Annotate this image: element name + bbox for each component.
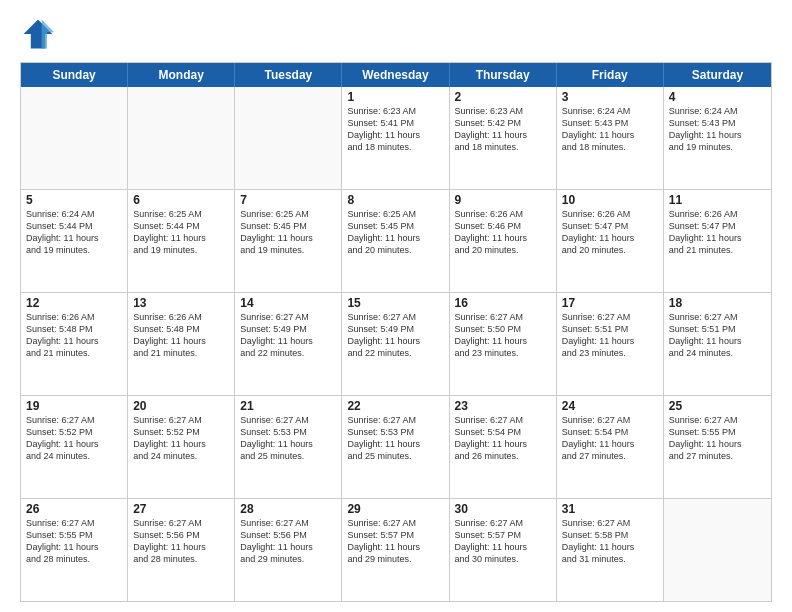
day-info: Sunrise: 6:27 AM Sunset: 5:56 PM Dayligh… [240,517,336,566]
day-number: 9 [455,193,551,207]
day-cell-30: 30Sunrise: 6:27 AM Sunset: 5:57 PM Dayli… [450,499,557,601]
day-cell-empty [21,87,128,189]
day-number: 19 [26,399,122,413]
day-info: Sunrise: 6:27 AM Sunset: 5:49 PM Dayligh… [347,311,443,360]
day-number: 13 [133,296,229,310]
day-info: Sunrise: 6:27 AM Sunset: 5:52 PM Dayligh… [26,414,122,463]
day-cell-28: 28Sunrise: 6:27 AM Sunset: 5:56 PM Dayli… [235,499,342,601]
day-info: Sunrise: 6:23 AM Sunset: 5:42 PM Dayligh… [455,105,551,154]
day-info: Sunrise: 6:27 AM Sunset: 5:52 PM Dayligh… [133,414,229,463]
day-cell-empty [235,87,342,189]
day-info: Sunrise: 6:25 AM Sunset: 5:45 PM Dayligh… [347,208,443,257]
day-cell-19: 19Sunrise: 6:27 AM Sunset: 5:52 PM Dayli… [21,396,128,498]
day-info: Sunrise: 6:27 AM Sunset: 5:57 PM Dayligh… [347,517,443,566]
day-info: Sunrise: 6:27 AM Sunset: 5:51 PM Dayligh… [562,311,658,360]
day-info: Sunrise: 6:27 AM Sunset: 5:53 PM Dayligh… [347,414,443,463]
day-number: 28 [240,502,336,516]
day-cell-25: 25Sunrise: 6:27 AM Sunset: 5:55 PM Dayli… [664,396,771,498]
day-info: Sunrise: 6:25 AM Sunset: 5:45 PM Dayligh… [240,208,336,257]
day-number: 24 [562,399,658,413]
day-cell-27: 27Sunrise: 6:27 AM Sunset: 5:56 PM Dayli… [128,499,235,601]
day-cell-17: 17Sunrise: 6:27 AM Sunset: 5:51 PM Dayli… [557,293,664,395]
day-info: Sunrise: 6:23 AM Sunset: 5:41 PM Dayligh… [347,105,443,154]
day-number: 25 [669,399,766,413]
logo-icon [20,16,56,52]
day-cell-16: 16Sunrise: 6:27 AM Sunset: 5:50 PM Dayli… [450,293,557,395]
day-number: 12 [26,296,122,310]
day-number: 4 [669,90,766,104]
day-number: 22 [347,399,443,413]
day-number: 5 [26,193,122,207]
day-info: Sunrise: 6:27 AM Sunset: 5:55 PM Dayligh… [669,414,766,463]
day-info: Sunrise: 6:27 AM Sunset: 5:54 PM Dayligh… [455,414,551,463]
day-number: 27 [133,502,229,516]
day-number: 3 [562,90,658,104]
day-cell-8: 8Sunrise: 6:25 AM Sunset: 5:45 PM Daylig… [342,190,449,292]
day-number: 29 [347,502,443,516]
day-number: 2 [455,90,551,104]
day-number: 17 [562,296,658,310]
day-header-tuesday: Tuesday [235,63,342,87]
day-cell-14: 14Sunrise: 6:27 AM Sunset: 5:49 PM Dayli… [235,293,342,395]
calendar-week-3: 12Sunrise: 6:26 AM Sunset: 5:48 PM Dayli… [21,292,771,395]
header [20,16,772,52]
day-info: Sunrise: 6:27 AM Sunset: 5:53 PM Dayligh… [240,414,336,463]
day-number: 6 [133,193,229,207]
day-number: 30 [455,502,551,516]
day-cell-26: 26Sunrise: 6:27 AM Sunset: 5:55 PM Dayli… [21,499,128,601]
logo [20,16,58,52]
day-info: Sunrise: 6:27 AM Sunset: 5:55 PM Dayligh… [26,517,122,566]
calendar-week-2: 5Sunrise: 6:24 AM Sunset: 5:44 PM Daylig… [21,189,771,292]
day-cell-5: 5Sunrise: 6:24 AM Sunset: 5:44 PM Daylig… [21,190,128,292]
calendar-week-4: 19Sunrise: 6:27 AM Sunset: 5:52 PM Dayli… [21,395,771,498]
day-info: Sunrise: 6:27 AM Sunset: 5:54 PM Dayligh… [562,414,658,463]
day-info: Sunrise: 6:26 AM Sunset: 5:46 PM Dayligh… [455,208,551,257]
day-cell-20: 20Sunrise: 6:27 AM Sunset: 5:52 PM Dayli… [128,396,235,498]
day-number: 23 [455,399,551,413]
day-header-friday: Friday [557,63,664,87]
day-cell-11: 11Sunrise: 6:26 AM Sunset: 5:47 PM Dayli… [664,190,771,292]
day-cell-15: 15Sunrise: 6:27 AM Sunset: 5:49 PM Dayli… [342,293,449,395]
day-cell-1: 1Sunrise: 6:23 AM Sunset: 5:41 PM Daylig… [342,87,449,189]
day-number: 20 [133,399,229,413]
day-cell-12: 12Sunrise: 6:26 AM Sunset: 5:48 PM Dayli… [21,293,128,395]
day-info: Sunrise: 6:24 AM Sunset: 5:44 PM Dayligh… [26,208,122,257]
calendar-header: SundayMondayTuesdayWednesdayThursdayFrid… [21,63,771,87]
day-header-monday: Monday [128,63,235,87]
day-number: 31 [562,502,658,516]
day-number: 15 [347,296,443,310]
day-info: Sunrise: 6:26 AM Sunset: 5:47 PM Dayligh… [562,208,658,257]
calendar-body: 1Sunrise: 6:23 AM Sunset: 5:41 PM Daylig… [21,87,771,601]
day-cell-21: 21Sunrise: 6:27 AM Sunset: 5:53 PM Dayli… [235,396,342,498]
day-header-wednesday: Wednesday [342,63,449,87]
day-info: Sunrise: 6:27 AM Sunset: 5:56 PM Dayligh… [133,517,229,566]
day-cell-9: 9Sunrise: 6:26 AM Sunset: 5:46 PM Daylig… [450,190,557,292]
day-cell-24: 24Sunrise: 6:27 AM Sunset: 5:54 PM Dayli… [557,396,664,498]
day-number: 18 [669,296,766,310]
day-cell-18: 18Sunrise: 6:27 AM Sunset: 5:51 PM Dayli… [664,293,771,395]
day-cell-empty [128,87,235,189]
day-number: 21 [240,399,336,413]
day-info: Sunrise: 6:26 AM Sunset: 5:47 PM Dayligh… [669,208,766,257]
day-info: Sunrise: 6:25 AM Sunset: 5:44 PM Dayligh… [133,208,229,257]
day-cell-31: 31Sunrise: 6:27 AM Sunset: 5:58 PM Dayli… [557,499,664,601]
day-header-sunday: Sunday [21,63,128,87]
day-cell-10: 10Sunrise: 6:26 AM Sunset: 5:47 PM Dayli… [557,190,664,292]
day-cell-7: 7Sunrise: 6:25 AM Sunset: 5:45 PM Daylig… [235,190,342,292]
day-info: Sunrise: 6:27 AM Sunset: 5:58 PM Dayligh… [562,517,658,566]
day-info: Sunrise: 6:24 AM Sunset: 5:43 PM Dayligh… [562,105,658,154]
day-info: Sunrise: 6:27 AM Sunset: 5:57 PM Dayligh… [455,517,551,566]
day-cell-23: 23Sunrise: 6:27 AM Sunset: 5:54 PM Dayli… [450,396,557,498]
day-header-saturday: Saturday [664,63,771,87]
day-cell-13: 13Sunrise: 6:26 AM Sunset: 5:48 PM Dayli… [128,293,235,395]
day-info: Sunrise: 6:27 AM Sunset: 5:50 PM Dayligh… [455,311,551,360]
day-header-thursday: Thursday [450,63,557,87]
calendar-week-5: 26Sunrise: 6:27 AM Sunset: 5:55 PM Dayli… [21,498,771,601]
day-cell-4: 4Sunrise: 6:24 AM Sunset: 5:43 PM Daylig… [664,87,771,189]
svg-marker-0 [24,20,53,49]
day-number: 1 [347,90,443,104]
day-cell-empty [664,499,771,601]
day-info: Sunrise: 6:24 AM Sunset: 5:43 PM Dayligh… [669,105,766,154]
day-number: 14 [240,296,336,310]
day-info: Sunrise: 6:26 AM Sunset: 5:48 PM Dayligh… [26,311,122,360]
